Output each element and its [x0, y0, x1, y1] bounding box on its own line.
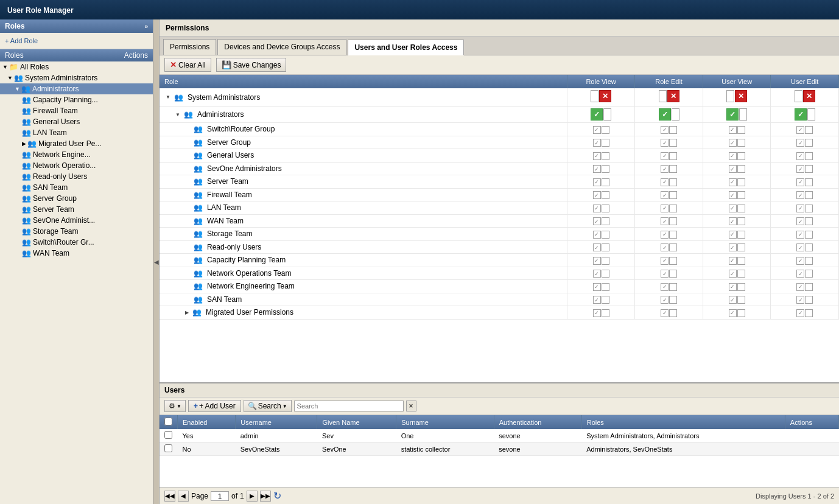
sidebar-collapse-handle[interactable]: ◀	[153, 19, 160, 504]
gray-cb[interactable]: ✓	[729, 296, 737, 304]
green-check[interactable]: ✓	[659, 108, 671, 121]
gray-cb[interactable]: ✓	[593, 152, 601, 160]
search-button[interactable]: 🔍 Search ▼	[244, 400, 292, 412]
gray-cb[interactable]: ✓	[593, 231, 601, 239]
gray-cb[interactable]: ✓	[796, 191, 804, 199]
add-user-button[interactable]: + + Add User	[188, 400, 241, 412]
gray-cb[interactable]: ✓	[661, 165, 669, 173]
unchecked-cb2[interactable]	[805, 217, 813, 225]
gear-button[interactable]: ⚙ ▼	[164, 400, 186, 412]
gray-cb[interactable]: ✓	[729, 126, 737, 134]
unchecked-cb2[interactable]	[669, 152, 677, 160]
gray-cb[interactable]: ✓	[593, 165, 601, 173]
unchecked-cb2[interactable]	[602, 165, 609, 173]
unchecked-cb2[interactable]	[602, 139, 609, 147]
unchecked-cb2[interactable]	[602, 270, 609, 278]
unchecked-cb2[interactable]	[737, 231, 745, 239]
gray-cb[interactable]: ✓	[593, 217, 601, 225]
gray-cb[interactable]: ✓	[729, 152, 737, 160]
clear-search-button[interactable]: ×	[406, 401, 416, 411]
unchecked-cb2[interactable]	[737, 126, 745, 134]
unchecked-cb2[interactable]	[737, 296, 745, 304]
gray-cb[interactable]: ✓	[729, 139, 737, 147]
row-checkbox[interactable]	[164, 431, 172, 439]
gray-cb[interactable]: ✓	[661, 205, 669, 212]
gray-cb[interactable]: ✓	[796, 217, 804, 225]
sidebar-collapse-btn[interactable]: »	[144, 23, 148, 30]
gray-cb[interactable]: ✓	[796, 296, 804, 304]
gray-cb[interactable]: ✓	[729, 217, 737, 225]
gray-cb[interactable]: ✓	[593, 270, 601, 278]
unchecked-cb2[interactable]	[602, 283, 609, 291]
red-x[interactable]: ✕	[667, 90, 679, 102]
tree-item-switch-router[interactable]: 👥 Switch\Router Gr...	[0, 237, 153, 248]
unchecked-cb2[interactable]	[669, 205, 677, 212]
unchecked-cb2[interactable]	[737, 178, 745, 186]
gray-cb[interactable]: ✓	[729, 205, 737, 212]
gray-cb[interactable]: ✓	[729, 257, 737, 265]
gray-cb[interactable]: ✓	[661, 283, 669, 291]
unchecked-cb2[interactable]	[669, 243, 677, 251]
tree-item-network-engine[interactable]: 👥 Network Engine...	[0, 149, 153, 160]
page-input[interactable]	[211, 491, 229, 501]
unchecked-cb2[interactable]	[602, 152, 609, 160]
gray-cb[interactable]: ✓	[729, 283, 737, 291]
tree-item-server-group[interactable]: 👥 Server Group	[0, 193, 153, 204]
unchecked-cb2[interactable]	[602, 217, 609, 225]
tree-item-read-only[interactable]: 👥 Read-only Users	[0, 171, 153, 182]
tree-item-lan-team[interactable]: 👥 LAN Team	[0, 127, 153, 138]
refresh-button[interactable]: ↻	[273, 490, 281, 502]
gray-cb[interactable]: ✓	[796, 139, 804, 147]
unchecked-cb2[interactable]	[669, 309, 677, 317]
unchecked-cb[interactable]	[739, 108, 747, 121]
unchecked-cb2[interactable]	[805, 139, 813, 147]
unchecked-cb[interactable]	[603, 108, 611, 121]
red-x[interactable]: ✕	[803, 90, 815, 102]
unchecked-cb2[interactable]	[737, 191, 745, 199]
tree-item-capacity-planning[interactable]: 👥 Capacity Planning...	[0, 94, 153, 105]
tree-item-network-ops[interactable]: 👥 Network Operatio...	[0, 160, 153, 171]
unchecked-cb[interactable]	[591, 90, 599, 102]
unchecked-cb2[interactable]	[805, 205, 813, 212]
unchecked-cb2[interactable]	[737, 205, 745, 212]
unchecked-cb2[interactable]	[602, 231, 609, 239]
unchecked-cb2[interactable]	[602, 205, 609, 212]
unchecked-cb2[interactable]	[805, 126, 813, 134]
gray-cb[interactable]: ✓	[593, 257, 601, 265]
unchecked-cb2[interactable]	[737, 257, 745, 265]
gray-cb[interactable]: ✓	[593, 126, 601, 134]
gray-cb[interactable]: ✓	[661, 243, 669, 251]
gray-cb[interactable]: ✓	[593, 191, 601, 199]
unchecked-cb2[interactable]	[805, 257, 813, 265]
first-page-button[interactable]: ◀◀	[164, 491, 175, 502]
unchecked-cb2[interactable]	[669, 165, 677, 173]
tree-item-firewall-team[interactable]: 👥 Firewall Team	[0, 105, 153, 116]
unchecked-cb[interactable]	[807, 108, 815, 121]
row-checkbox[interactable]	[164, 444, 172, 452]
last-page-button[interactable]: ▶▶	[260, 491, 271, 502]
gray-cb[interactable]: ✓	[796, 231, 804, 239]
gray-cb[interactable]: ✓	[661, 139, 669, 147]
gray-cb[interactable]: ✓	[593, 309, 601, 317]
row-checkbox-cell[interactable]	[160, 443, 178, 456]
unchecked-cb2[interactable]	[805, 309, 813, 317]
tree-item-san-team[interactable]: 👥 SAN Team	[0, 182, 153, 193]
expand-icon[interactable]: ▶	[185, 310, 189, 315]
tree-item-all-roles[interactable]: ▼ 📁 All Roles	[0, 61, 153, 72]
gray-cb[interactable]: ✓	[729, 243, 737, 251]
unchecked-cb2[interactable]	[669, 217, 677, 225]
gray-cb[interactable]: ✓	[593, 243, 601, 251]
unchecked-cb2[interactable]	[737, 165, 745, 173]
gray-cb[interactable]: ✓	[661, 191, 669, 199]
unchecked-cb2[interactable]	[602, 191, 609, 199]
unchecked-cb[interactable]	[672, 108, 679, 121]
tree-item-administrators[interactable]: ▼ 👥 Administrators	[0, 83, 153, 94]
unchecked-cb2[interactable]	[805, 283, 813, 291]
unchecked-cb2[interactable]	[805, 178, 813, 186]
unchecked-cb2[interactable]	[669, 283, 677, 291]
unchecked-cb2[interactable]	[737, 309, 745, 317]
unchecked-cb2[interactable]	[737, 152, 745, 160]
tree-item-sevone-admin[interactable]: 👥 SevOne Administ...	[0, 215, 153, 226]
unchecked-cb2[interactable]	[669, 191, 677, 199]
unchecked-cb2[interactable]	[805, 191, 813, 199]
